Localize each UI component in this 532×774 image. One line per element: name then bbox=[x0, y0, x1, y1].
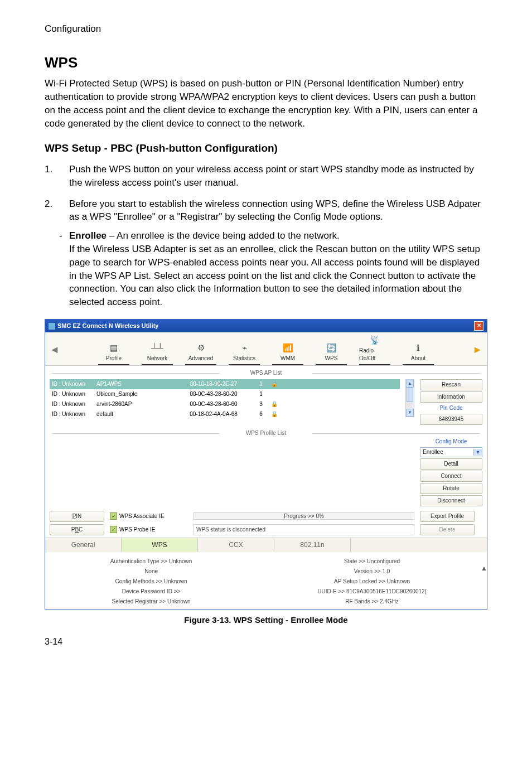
configmode-label: Config Mode bbox=[420, 437, 482, 446]
lock-icon: 🔒 bbox=[271, 410, 278, 418]
ap-list-label: WPS AP List bbox=[45, 369, 487, 377]
scroll-thumb[interactable] bbox=[407, 388, 413, 402]
about-icon: ℹ bbox=[412, 342, 425, 354]
wps-icon: 🔄 bbox=[325, 342, 338, 354]
toolbar-profile[interactable]: ▤Profile bbox=[98, 342, 129, 365]
toolbar-wps[interactable]: 🔄WPS bbox=[316, 342, 347, 365]
utility-window: SMC EZ Connect N Wireless Utility ✕ ◄ ▤P… bbox=[45, 319, 487, 609]
rotate-button[interactable]: Rotate bbox=[420, 483, 482, 494]
step-2: 2. Before you start to establish the wir… bbox=[45, 197, 487, 309]
statistics-icon: ⌁ bbox=[238, 342, 251, 354]
disconnect-button[interactable]: Disconnect bbox=[420, 495, 482, 506]
wmm-icon: 📶 bbox=[281, 342, 294, 354]
ap-row[interactable]: ID : Unknown Ubicom_Sample 00-0C-43-28-6… bbox=[50, 389, 400, 399]
page-number: 3-14 bbox=[45, 636, 487, 648]
rescan-button[interactable]: Rescan bbox=[420, 379, 482, 390]
network-icon: ┴┴ bbox=[151, 342, 164, 354]
radio-icon: 📡 bbox=[368, 335, 381, 346]
scroll-down-icon[interactable]: ▼ bbox=[406, 409, 414, 417]
window-title: SMC EZ Connect N Wireless Utility bbox=[49, 322, 158, 330]
step-text: Before you start to establish the wirele… bbox=[69, 197, 487, 224]
gear-icon: ⚙ bbox=[194, 342, 207, 354]
wps-probe-checkbox[interactable]: ✓WPS Probe IE bbox=[110, 526, 188, 534]
information-button[interactable]: Information bbox=[420, 391, 482, 403]
pincode-value: 64893945 bbox=[420, 414, 482, 425]
toolbar-network[interactable]: ┴┴Network bbox=[142, 342, 173, 365]
nav-right-icon[interactable]: ► bbox=[471, 343, 483, 357]
toolbar: ◄ ▤Profile ┴┴Network ⚙Advanced ⌁Statisti… bbox=[45, 332, 487, 366]
step-text: Push the WPS button on your wireless acc… bbox=[69, 163, 487, 190]
detail-button[interactable]: Detail bbox=[420, 458, 482, 470]
figure-caption: Figure 3-13. WPS Setting - Enrollee Mode bbox=[45, 614, 487, 626]
tab-general[interactable]: General bbox=[45, 538, 122, 552]
delete-button[interactable]: Delete bbox=[420, 524, 475, 535]
tab-wps[interactable]: WPS bbox=[122, 538, 198, 552]
ap-row[interactable]: ID : Unknown AP1-WPS 00-10-18-90-2E-27 1… bbox=[50, 379, 400, 389]
wps-status-text: WPS status is disconnected bbox=[194, 524, 414, 535]
toolbar-statistics[interactable]: ⌁Statistics bbox=[229, 342, 260, 365]
breadcrumb: Configuration bbox=[45, 22, 487, 36]
pin-button[interactable]: PIN bbox=[50, 511, 104, 522]
ap-list[interactable]: ID : Unknown AP1-WPS 00-10-18-90-2E-27 1… bbox=[50, 379, 400, 425]
progress-bar: Progress >> 0% bbox=[194, 512, 414, 520]
scrollbar[interactable]: ▲ ▼ bbox=[405, 379, 414, 417]
tab-80211n[interactable]: 802.11n bbox=[274, 538, 351, 552]
wps-associate-checkbox[interactable]: ✓WPS Associate IE bbox=[110, 512, 188, 520]
lock-icon: 🔒 bbox=[271, 400, 278, 408]
scroll-up-icon[interactable]: ▲ bbox=[406, 380, 414, 388]
connect-button[interactable]: Connect bbox=[420, 471, 482, 482]
titlebar: SMC EZ Connect N Wireless Utility ✕ bbox=[45, 320, 487, 332]
ap-row[interactable]: ID : Unknown arvint-2860AP 00-0C-43-28-6… bbox=[50, 399, 400, 409]
toolbar-radio[interactable]: 📡Radio On/Off bbox=[359, 335, 390, 365]
ap-row[interactable]: ID : Unknown default 00-18-02-4A-0A-68 6… bbox=[50, 409, 400, 419]
intro-paragraph: Wi-Fi Protected Setup (WPS) is based on … bbox=[45, 77, 487, 130]
profile-icon: ▤ bbox=[107, 342, 120, 354]
profile-list[interactable] bbox=[50, 437, 414, 485]
collapse-icon[interactable]: ▲ bbox=[481, 564, 487, 573]
toolbar-about[interactable]: ℹAbout bbox=[403, 342, 434, 365]
enrollee-body: If the Wireless USB Adapter is set as an… bbox=[69, 244, 480, 307]
enrollee-line: Enrollee – An enrollee is the device bei… bbox=[69, 230, 340, 241]
chevron-down-icon: ▼ bbox=[473, 449, 482, 456]
toolbar-wmm[interactable]: 📶WMM bbox=[272, 342, 303, 365]
lock-icon: 🔒 bbox=[271, 380, 278, 388]
nav-left-icon[interactable]: ◄ bbox=[49, 343, 61, 357]
pbc-button[interactable]: PBC bbox=[50, 524, 104, 535]
tab-ccx[interactable]: CCX bbox=[198, 538, 274, 552]
toolbar-advanced[interactable]: ⚙Advanced bbox=[185, 342, 216, 365]
configmode-select[interactable]: Enrollee ▼ bbox=[420, 447, 482, 457]
step-1: 1. Push the WPS button on your wireless … bbox=[45, 163, 487, 190]
details-panel: Authentication Type >> UnknownState >> U… bbox=[45, 552, 487, 609]
profile-list-label: WPS Profile List bbox=[45, 429, 487, 437]
section-heading: WPS Setup - PBC (Push-button Configurati… bbox=[45, 141, 487, 156]
detail-tabs: General WPS CCX 802.11n bbox=[45, 538, 487, 552]
close-icon[interactable]: ✕ bbox=[474, 321, 483, 331]
pincode-label: Pin Code bbox=[420, 404, 482, 413]
step-number: 1. bbox=[45, 163, 69, 190]
export-profile-button[interactable]: Export Profile bbox=[420, 511, 475, 522]
bullet-dash: - bbox=[59, 229, 69, 309]
page-title: WPS bbox=[45, 52, 487, 72]
